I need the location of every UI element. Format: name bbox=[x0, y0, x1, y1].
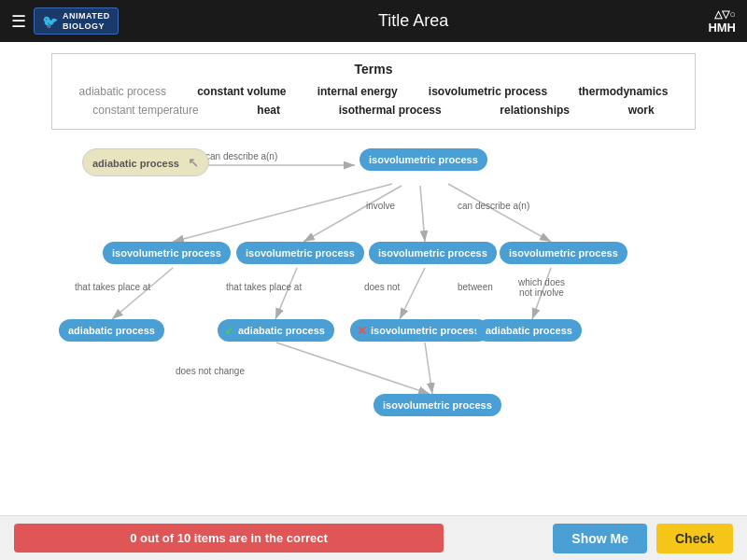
header-left: ☰ 🐦 ANIMATED BIOLOGY bbox=[11, 7, 119, 35]
bottom-bar: 0 out of 10 items are in the correct Sho… bbox=[0, 515, 747, 560]
term-internal-energy[interactable]: internal energy bbox=[314, 84, 402, 99]
check-button[interactable]: Check bbox=[656, 524, 733, 553]
terms-row1: adiabatic process constant volume intern… bbox=[63, 84, 684, 99]
edge-label-which-does-not-involve: which does not involve bbox=[518, 277, 565, 298]
svg-line-7 bbox=[275, 268, 297, 319]
svg-line-11 bbox=[425, 343, 432, 394]
svg-line-2 bbox=[173, 184, 392, 242]
node-bot-left[interactable]: adiabatic process bbox=[59, 319, 164, 342]
terms-section: Terms adiabatic process constant volume … bbox=[51, 53, 696, 130]
svg-line-8 bbox=[400, 268, 425, 319]
node-bottom[interactable]: isovolumetric process bbox=[374, 394, 501, 416]
page-title: Title Area bbox=[378, 11, 448, 31]
svg-line-5 bbox=[448, 184, 551, 242]
term-constant-temperature[interactable]: constant temperature bbox=[89, 103, 202, 118]
node-bot-center-left[interactable]: ✓ adiabatic process bbox=[218, 319, 334, 342]
diagram: can describe a(n) involve can describe a… bbox=[0, 137, 747, 473]
edge-label-that-takes-place-center: that takes place at bbox=[226, 282, 302, 292]
hmh-logo: △▽○ HMH bbox=[708, 8, 736, 35]
node-bot-right[interactable]: adiabatic process bbox=[476, 319, 582, 342]
edge-label-does-not: does not bbox=[364, 282, 400, 292]
show-me-button[interactable]: Show Me bbox=[553, 524, 647, 553]
node-bot-center-right[interactable]: ✕ isovolumetric process bbox=[350, 319, 489, 342]
header: ☰ 🐦 ANIMATED BIOLOGY Title Area △▽○ HMH bbox=[0, 0, 747, 42]
edge-label-involve: involve bbox=[366, 201, 395, 211]
term-relationships[interactable]: relationships bbox=[496, 103, 573, 118]
svg-line-6 bbox=[112, 268, 173, 319]
logo-bird-icon: 🐦 bbox=[42, 14, 58, 29]
svg-line-10 bbox=[276, 343, 430, 394]
node-mid-left[interactable]: isovolumetric process bbox=[103, 242, 231, 264]
node-mid-right[interactable]: isovolumetric process bbox=[500, 242, 627, 264]
term-heat[interactable]: heat bbox=[253, 103, 284, 118]
term-adiabatic-process[interactable]: adiabatic process bbox=[76, 84, 170, 99]
term-constant-volume[interactable]: constant volume bbox=[193, 84, 289, 99]
term-thermodynamics[interactable]: thermodynamics bbox=[574, 84, 671, 99]
main-content: Terms adiabatic process constant volume … bbox=[0, 42, 747, 515]
svg-line-4 bbox=[420, 186, 425, 242]
status-box: 0 out of 10 items are in the correct bbox=[14, 524, 444, 553]
node-mid-center-left[interactable]: isovolumetric process bbox=[236, 242, 364, 264]
edge-label-can-describe-right: can describe a(n) bbox=[458, 201, 529, 211]
logo-box: 🐦 ANIMATED BIOLOGY bbox=[34, 7, 119, 35]
bottom-buttons: Show Me Check bbox=[553, 524, 733, 553]
term-isovolumetric-process[interactable]: isovolumetric process bbox=[425, 84, 551, 99]
logo-text: ANIMATED BIOLOGY bbox=[63, 11, 110, 32]
term-isothermal-process[interactable]: isothermal process bbox=[335, 103, 445, 118]
edge-label-between: between bbox=[458, 282, 493, 292]
edge-label-does-not-change: does not change bbox=[176, 366, 245, 376]
node-mid-center-right[interactable]: isovolumetric process bbox=[369, 242, 497, 264]
edge-label-can-describe-top: can describe a(n) bbox=[205, 151, 277, 161]
svg-line-3 bbox=[303, 186, 402, 242]
term-work[interactable]: work bbox=[625, 103, 658, 118]
terms-title: Terms bbox=[63, 62, 684, 77]
node-top-selected[interactable]: adiabatic process ↖ bbox=[82, 148, 209, 176]
edge-label-that-takes-place-left: that takes place at bbox=[75, 282, 150, 292]
terms-row2: constant temperature heat isothermal pro… bbox=[63, 103, 684, 118]
hamburger-icon[interactable]: ☰ bbox=[11, 11, 26, 32]
arrows-svg bbox=[0, 137, 747, 473]
node-top-center[interactable]: isovolumetric process bbox=[359, 148, 487, 171]
